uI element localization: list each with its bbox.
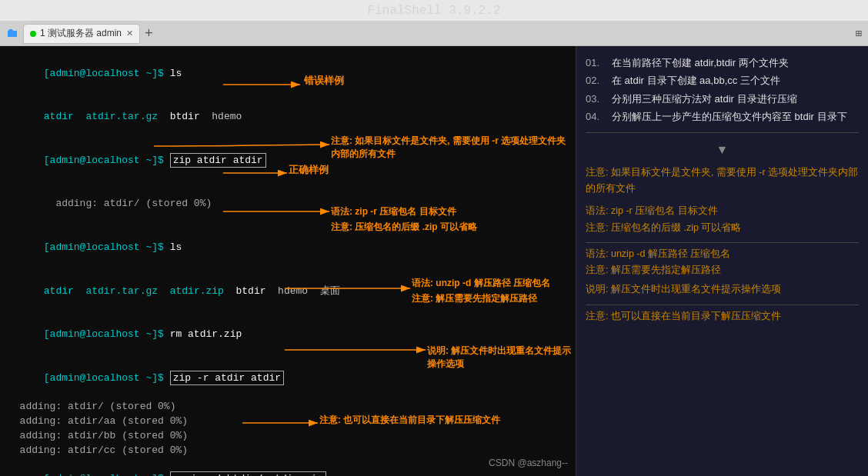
rp-item-3: 03. 分别用三种压缩方法对 atdir 目录进行压缩 bbox=[586, 90, 859, 108]
rp-divider2 bbox=[586, 242, 859, 243]
rp-num-1: 01. bbox=[586, 54, 607, 72]
main-container: [admin@localhost ~]$ ls atdir atdir.tar.… bbox=[0, 46, 868, 476]
rp-text-1: 在当前路径下创建 atdir,btdir 两个文件夹 bbox=[612, 54, 789, 72]
rp-item-2: 02. 在 atdir 目录下创建 aa,bb,cc 三个文件 bbox=[586, 72, 859, 89]
rp-text-4: 分别解压上一步产生的压缩包文件内容至 btdir 目录下 bbox=[612, 108, 847, 125]
annotation-syntax2: 语法: unzip -d 解压路径 压缩包名 注意: 解压需要先指定解压路径 bbox=[412, 275, 550, 307]
term-line-5: [admin@localhost ~]$ ls bbox=[8, 226, 568, 270]
rp-note2: 说明: 解压文件时出现重名文件提示操作选项 bbox=[586, 281, 859, 298]
rp-note1: 注意: 如果目标文件是文件夹, 需要使用 -r 选项处理文件夹内部的所有文件 bbox=[586, 165, 859, 198]
annotation-note3: 注意: 也可以直接在当前目录下解压压缩文件 bbox=[319, 414, 500, 427]
prompt-1: [admin@localhost ~]$ bbox=[44, 68, 170, 79]
rp-down-arrow: ▼ bbox=[586, 139, 859, 160]
rp-text-2: 在 atdir 目录下创建 aa,bb,cc 三个文件 bbox=[612, 72, 780, 89]
rp-note3: 注意: 也可以直接在当前目录下解压压缩文件 bbox=[586, 308, 859, 325]
grid-icon: ⊞ bbox=[856, 27, 862, 40]
tab-label: 1 测试服务器 admin bbox=[40, 27, 122, 40]
tabbar: 🖿 1 测试服务器 admin ✕ + ⊞ bbox=[0, 22, 868, 46]
tab-status-dot bbox=[30, 31, 36, 37]
right-panel: 01. 在当前路径下创建 atdir,btdir 两个文件夹 02. 在 atd… bbox=[576, 46, 868, 476]
term-line-11: adding: atdir/bb (stored 0%) bbox=[8, 429, 568, 444]
terminal-area[interactable]: [admin@localhost ~]$ ls atdir atdir.tar.… bbox=[0, 46, 576, 476]
annotation-note2: 说明: 解压文件时出现重名文件提示操作选项 bbox=[427, 345, 576, 371]
watermark: CSDN @aszhang-- bbox=[489, 457, 568, 470]
titlebar-title: FinalShell 3.9.2.2 bbox=[368, 4, 501, 18]
rp-num-2: 02. bbox=[586, 72, 607, 89]
rp-syntax1: 语法: zip -r 压缩包名 目标文件 注意: 压缩包名的后缀 .zip 可以… bbox=[586, 203, 859, 236]
term-line-13: [admin@localhost ~]$ unzip -d btdir/ atd… bbox=[8, 458, 568, 476]
annotation-syntax1: 语法: zip -r 压缩包名 目标文件 注意: 压缩包名的后缀 .zip 可以… bbox=[331, 204, 477, 235]
annotation-wrong-example: 错误样例 bbox=[304, 74, 344, 88]
term-line-1: [admin@localhost ~]$ ls bbox=[8, 52, 568, 96]
rp-num-4: 04. bbox=[586, 108, 607, 125]
term-line-12: adding: atdir/cc (stored 0%) bbox=[8, 444, 568, 458]
rp-divider3 bbox=[586, 305, 859, 305]
term-line-9: adding: atdir/ (stored 0%) bbox=[8, 400, 568, 414]
annotation-correct-example: 正确样例 bbox=[289, 163, 329, 178]
tab-close-button[interactable]: ✕ bbox=[126, 28, 133, 38]
term-line-2: atdir atdir.tar.gz btdir hdemo bbox=[8, 96, 568, 140]
term-line-4: adding: atdir/ (stored 0%) bbox=[8, 183, 568, 227]
rp-text-3: 分别用三种压缩方法对 atdir 目录进行压缩 bbox=[612, 90, 797, 108]
rp-item-1: 01. 在当前路径下创建 atdir,btdir 两个文件夹 bbox=[586, 54, 859, 72]
cmd-1: ls bbox=[170, 68, 182, 79]
rp-item-4: 04. 分别解压上一步产生的压缩包文件内容至 btdir 目录下 bbox=[586, 108, 859, 125]
rp-syntax2: 语法: unzip -d 解压路径 压缩包名 注意: 解压需要先指定解压路径 bbox=[586, 246, 859, 279]
annotation-note1: 注意: 如果目标文件是文件夹, 需要使用 -r 选项处理文件夹内部的所有文件 bbox=[331, 135, 569, 161]
titlebar: FinalShell 3.9.2.2 bbox=[0, 0, 868, 22]
tab-item[interactable]: 1 测试服务器 admin ✕ bbox=[23, 24, 140, 44]
rp-divider bbox=[586, 132, 859, 133]
folder-icon: 🖿 bbox=[6, 26, 18, 41]
rp-num-3: 03. bbox=[586, 90, 607, 108]
tab-add-button[interactable]: + bbox=[145, 27, 153, 41]
